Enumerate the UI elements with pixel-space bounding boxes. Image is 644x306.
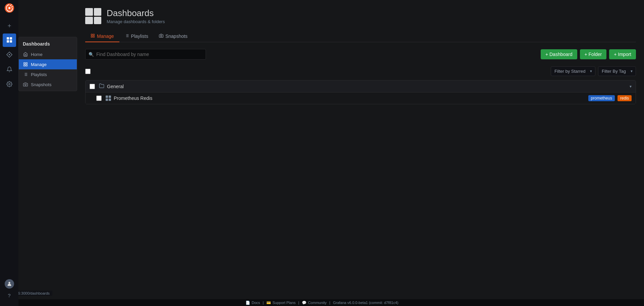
search-wrapper: 🔍 bbox=[85, 49, 206, 60]
footer-version: Grafana v6.0.0-beta1 (commit: d7f81c4) bbox=[333, 301, 398, 305]
select-all-checkbox[interactable] bbox=[85, 69, 91, 74]
footer-support-icon: 💳 bbox=[266, 301, 271, 305]
sidebar-item-create[interactable]: ＋ bbox=[3, 19, 16, 32]
folder-name-general: General bbox=[107, 84, 627, 89]
page-subtitle: Manage dashboards & folders bbox=[107, 19, 165, 24]
user-avatar[interactable] bbox=[5, 279, 14, 289]
main-content: Dashboards Manage dashboards & folders M… bbox=[77, 0, 644, 306]
footer-docs-icon: 📄 bbox=[246, 301, 250, 305]
svg-point-1 bbox=[8, 7, 10, 9]
svg-point-8 bbox=[8, 282, 10, 284]
tab-snapshots[interactable]: Snapshots bbox=[154, 31, 193, 42]
layout-icon bbox=[91, 34, 95, 39]
svg-rect-11 bbox=[24, 65, 25, 66]
dropdown-item-snapshots[interactable]: Snapshots bbox=[19, 79, 77, 89]
tab-manage[interactable]: Manage bbox=[85, 31, 119, 42]
svg-point-6 bbox=[9, 54, 10, 55]
footer-separator-2: | bbox=[298, 301, 299, 305]
folder-checkbox-general[interactable] bbox=[90, 84, 95, 89]
folder-icon bbox=[99, 83, 104, 89]
tag-prometheus[interactable]: prometheus bbox=[588, 95, 615, 101]
home-icon bbox=[23, 52, 28, 57]
plus-icon: ＋ bbox=[6, 21, 12, 29]
dropdown-item-home-label: Home bbox=[31, 52, 43, 57]
status-bar: 📄 Docs | 💳 Support Plans | 💬 Community |… bbox=[0, 299, 644, 306]
svg-rect-9 bbox=[24, 63, 25, 64]
tab-manage-label: Manage bbox=[97, 34, 114, 39]
search-icon: 🔍 bbox=[89, 52, 94, 57]
sidebar-item-configuration[interactable] bbox=[3, 78, 16, 91]
dashboard-row-prometheus-redis[interactable]: Prometheus Redis prometheus redis bbox=[86, 93, 636, 104]
svg-rect-23 bbox=[93, 36, 95, 38]
tabs: Manage Playlists bbox=[85, 31, 636, 42]
explore-icon bbox=[6, 51, 13, 59]
page-header-text: Dashboards Manage dashboards & folders bbox=[107, 8, 165, 24]
icon-cell-2 bbox=[94, 8, 102, 16]
dashboard-name: Prometheus Redis bbox=[114, 96, 586, 101]
footer-separator-1: | bbox=[263, 301, 264, 305]
new-folder-button[interactable]: + Folder bbox=[580, 49, 607, 59]
search-input[interactable] bbox=[85, 49, 206, 60]
grid-cell-2 bbox=[109, 96, 111, 98]
icon-cell-4 bbox=[94, 17, 102, 24]
snapshots-icon bbox=[23, 82, 28, 87]
grafana-logo[interactable] bbox=[4, 3, 15, 13]
footer-community-icon: 💬 bbox=[302, 301, 307, 305]
folder-chevron-icon: ▾ bbox=[630, 84, 632, 89]
dropdown-item-playlists[interactable]: Playlists bbox=[19, 69, 77, 79]
dropdown-item-playlists-label: Playlists bbox=[31, 72, 47, 77]
manage-icon bbox=[23, 62, 28, 67]
help-button[interactable]: ? bbox=[4, 290, 15, 301]
sidebar-item-alerting[interactable] bbox=[3, 63, 16, 76]
svg-rect-21 bbox=[93, 34, 95, 36]
sidebar-item-explore[interactable] bbox=[3, 48, 16, 62]
toolbar-right: + Dashboard + Folder + Import bbox=[541, 49, 636, 59]
dropdown-item-manage[interactable]: Manage bbox=[19, 59, 77, 69]
toolbar: 🔍 + Dashboard + Folder + Import bbox=[85, 49, 636, 60]
svg-point-19 bbox=[25, 84, 26, 85]
camera-icon bbox=[159, 34, 163, 39]
dashboard-checkbox-prometheus-redis[interactable] bbox=[96, 96, 102, 101]
dropdown-item-home[interactable]: Home bbox=[19, 49, 77, 59]
gear-icon bbox=[6, 81, 12, 88]
filter-tag-select[interactable]: Filter By Tag bbox=[598, 66, 636, 76]
filter-tag-wrapper: Filter By Tag ▼ bbox=[598, 66, 636, 76]
tab-playlists-label: Playlists bbox=[131, 34, 148, 39]
svg-rect-22 bbox=[91, 36, 93, 38]
sidebar-item-dashboards[interactable] bbox=[3, 34, 16, 47]
svg-rect-12 bbox=[26, 65, 27, 66]
grid-cell-3 bbox=[106, 99, 108, 101]
svg-rect-20 bbox=[91, 34, 93, 36]
page-header-icon bbox=[85, 8, 101, 24]
dashboards-icon bbox=[6, 37, 13, 44]
svg-point-7 bbox=[8, 83, 10, 85]
svg-rect-2 bbox=[7, 37, 9, 40]
svg-rect-3 bbox=[10, 37, 12, 40]
dropdown-item-snapshots-label: Snapshots bbox=[31, 82, 51, 87]
icon-cell-3 bbox=[85, 17, 93, 24]
tab-playlists[interactable]: Playlists bbox=[119, 31, 154, 42]
icon-cell-1 bbox=[85, 8, 93, 16]
tag-redis[interactable]: redis bbox=[618, 95, 632, 101]
page-title: Dashboards bbox=[107, 8, 165, 18]
footer-community-link[interactable]: Community bbox=[308, 301, 327, 305]
help-icon: ? bbox=[8, 293, 10, 298]
new-dashboard-button[interactable]: + Dashboard bbox=[541, 49, 577, 59]
dashboard-grid-icon bbox=[106, 96, 111, 101]
playlist-icon bbox=[125, 34, 129, 39]
grid-cell-4 bbox=[109, 99, 111, 101]
svg-rect-10 bbox=[26, 63, 27, 64]
folder-row-general[interactable]: General ▾ bbox=[86, 80, 636, 93]
import-button[interactable]: + Import bbox=[609, 49, 636, 59]
dashboards-dropdown: Dashboards Home Manage bbox=[18, 37, 77, 91]
filter-starred-select[interactable]: Filter by Starred bbox=[551, 66, 595, 76]
dashboard-list: General ▾ Prometheus Redis prometheus re… bbox=[85, 80, 636, 104]
grid-cell-1 bbox=[106, 96, 108, 98]
filter-starred-wrapper: Filter by Starred ▼ bbox=[551, 66, 595, 76]
footer-support-link[interactable]: Support Plans bbox=[272, 301, 296, 305]
svg-rect-5 bbox=[10, 40, 12, 43]
footer-docs-link[interactable]: Docs bbox=[252, 301, 260, 305]
svg-rect-4 bbox=[7, 40, 9, 43]
dropdown-item-manage-label: Manage bbox=[31, 62, 47, 67]
footer-separator-3: | bbox=[329, 301, 330, 305]
